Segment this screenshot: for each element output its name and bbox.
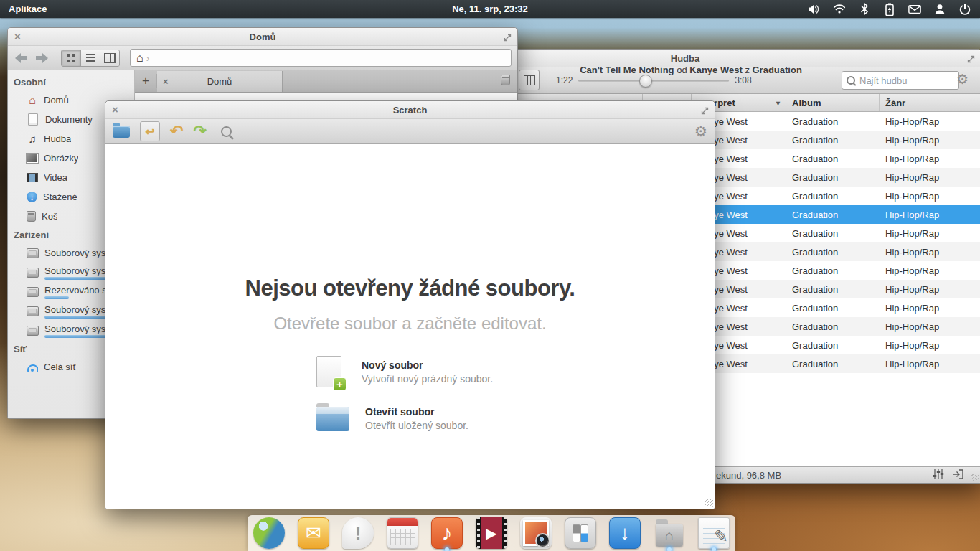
- dock-item-photos[interactable]: [520, 517, 552, 549]
- files-toolbar: ⌂ ›: [8, 46, 517, 70]
- new-file-action[interactable]: Nový soubor Vytvořit nový prázdný soubor…: [316, 356, 493, 387]
- sidebar-item-label: Videa: [44, 172, 67, 183]
- mail-icon[interactable]: [908, 3, 921, 16]
- cell-album: Graduation: [786, 242, 880, 261]
- open-file-description: Otevřít uložený soubor.: [365, 420, 468, 431]
- cell-album: Graduation: [786, 354, 880, 373]
- trash-icon: [27, 211, 36, 222]
- power-icon[interactable]: [958, 3, 971, 16]
- dock: [248, 515, 735, 551]
- wifi-icon[interactable]: [833, 3, 846, 16]
- columns-icon: [524, 75, 535, 85]
- location-breadcrumb[interactable]: ⌂ ›: [130, 49, 512, 67]
- files-window-title: Domů: [250, 32, 276, 42]
- videos-icon: [27, 173, 38, 182]
- home-icon[interactable]: ⌂: [136, 52, 143, 64]
- search-icon[interactable]: [221, 126, 232, 137]
- column-view-button[interactable]: [100, 50, 119, 66]
- sidebar-item-label: Dokumenty: [45, 114, 93, 125]
- new-file-icon: [316, 356, 341, 387]
- maximize-icon[interactable]: [967, 53, 975, 66]
- dock-item-web-browser[interactable]: [253, 517, 285, 549]
- equalizer-icon[interactable]: [933, 469, 944, 481]
- view-switcher: [61, 50, 120, 67]
- cell-genre: Hip-Hop/Rap: [880, 187, 980, 205]
- network-icon: [27, 363, 38, 372]
- sidebar-item-label: Síť: [14, 344, 27, 354]
- list-view-button[interactable]: [81, 50, 100, 66]
- dock-item-scratch[interactable]: [698, 517, 730, 549]
- grid-view-button[interactable]: [62, 50, 81, 66]
- cell-album: Graduation: [786, 280, 880, 298]
- files-titlebar[interactable]: × Domů: [8, 28, 517, 46]
- volume-icon[interactable]: [808, 3, 821, 16]
- maximize-icon[interactable]: [701, 105, 709, 118]
- cell-genre: Hip-Hop/Rap: [880, 298, 980, 317]
- cell-genre: Hip-Hop/Rap: [880, 317, 980, 336]
- new-tab-button[interactable]: +: [135, 74, 157, 88]
- open-file-button[interactable]: [113, 126, 130, 138]
- resize-grip[interactable]: [705, 499, 713, 507]
- seek-knob[interactable]: [639, 75, 652, 88]
- cell-album: Graduation: [786, 131, 880, 149]
- scratch-window-title: Scratch: [393, 105, 428, 116]
- downloads-icon: [27, 192, 37, 202]
- scratch-toolbar: ↩ ↶ ↷ ⚙: [105, 119, 715, 144]
- open-folder-icon: [316, 407, 349, 431]
- scratch-icon: [698, 517, 730, 549]
- disk-usage-bar: [44, 296, 69, 299]
- grid-icon: [67, 54, 75, 62]
- dock-item-files[interactable]: [654, 517, 685, 549]
- system-settings-icon: [565, 517, 596, 549]
- battery-icon[interactable]: [883, 3, 896, 16]
- open-file-title: Otevřít soubor: [365, 406, 468, 418]
- pictures-icon: [27, 154, 38, 163]
- downloads-icon: [609, 517, 641, 549]
- dock-item-music[interactable]: [431, 517, 463, 549]
- sidebar-item-label: Stažené: [43, 192, 77, 202]
- dock-item-calendar[interactable]: [387, 517, 418, 549]
- column-header-genre[interactable]: Žánr: [880, 94, 980, 111]
- trash-icon[interactable]: [501, 75, 510, 88]
- mail-icon: [298, 517, 329, 549]
- resize-grip[interactable]: [971, 474, 979, 481]
- tab-domu[interactable]: × Domů: [157, 71, 283, 92]
- dock-item-chat[interactable]: [342, 517, 374, 549]
- cell-album: Graduation: [786, 187, 880, 205]
- close-icon[interactable]: ×: [14, 30, 21, 43]
- dock-item-mail[interactable]: [298, 517, 329, 549]
- sidebar-item[interactable]: Osobní: [8, 73, 134, 90]
- dock-item-system-settings[interactable]: [565, 517, 596, 549]
- gear-icon[interactable]: ⚙: [956, 70, 969, 89]
- forward-button[interactable]: [34, 50, 50, 66]
- dock-item-downloads[interactable]: [609, 517, 641, 549]
- home-icon: [27, 95, 38, 106]
- seek-bar: 1:22 3:08: [556, 75, 771, 85]
- now-playing-label: Can't Tell Me Nothing od Kanye West z Gr…: [562, 65, 820, 75]
- sidebar-item-label: Celá síť: [44, 362, 76, 372]
- close-icon[interactable]: ×: [112, 103, 118, 116]
- dock-item-videos[interactable]: [476, 517, 507, 549]
- bluetooth-icon[interactable]: [858, 3, 871, 16]
- gear-icon[interactable]: ⚙: [694, 123, 707, 140]
- open-file-action[interactable]: Otevřít soubor Otevřít uložený soubor.: [316, 406, 468, 431]
- scratch-window: × Scratch ↩ ↶ ↷ ⚙ Nejsou otevřeny žádné …: [105, 100, 715, 509]
- maximize-icon[interactable]: [504, 32, 512, 44]
- scratch-content: Nejsou otevřeny žádné soubory. Otevřete …: [105, 144, 715, 509]
- redo-icon[interactable]: ↷: [193, 124, 206, 138]
- cell-genre: Hip-Hop/Rap: [880, 354, 980, 373]
- back-button[interactable]: [14, 50, 29, 66]
- now-playing-album: Graduation: [753, 65, 802, 75]
- music-search-input[interactable]: Najít hudbu: [842, 71, 959, 90]
- now-playing-connector: od: [677, 65, 687, 75]
- column-view-button[interactable]: [519, 70, 540, 90]
- sidebar-item-label: Zařízení: [14, 230, 49, 240]
- revert-button[interactable]: ↩: [140, 121, 160, 141]
- scratch-titlebar[interactable]: × Scratch: [105, 101, 715, 119]
- import-icon[interactable]: [953, 469, 963, 481]
- user-icon[interactable]: [933, 3, 946, 16]
- seek-track[interactable]: [578, 80, 729, 82]
- column-header-album[interactable]: Album: [786, 94, 880, 111]
- undo-icon[interactable]: ↶: [170, 124, 183, 138]
- cell-genre: Hip-Hop/Rap: [880, 168, 980, 187]
